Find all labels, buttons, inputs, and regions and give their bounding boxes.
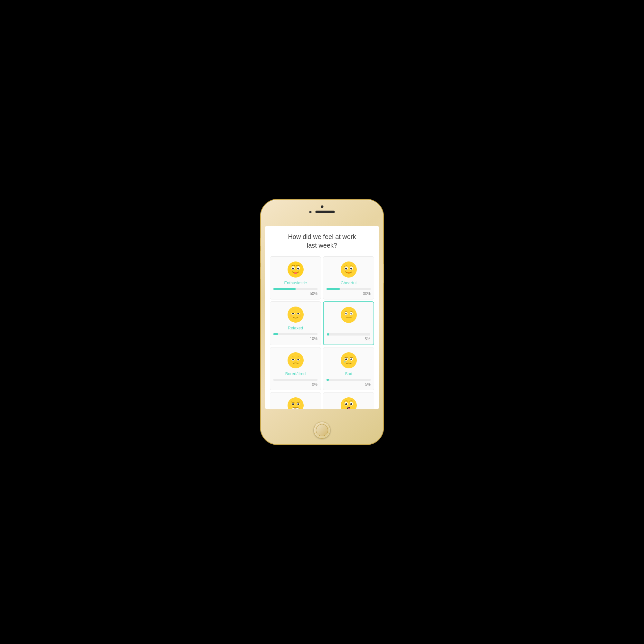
- svg-point-59: [351, 403, 351, 404]
- svg-point-13: [350, 268, 352, 270]
- svg-point-41: [344, 361, 346, 363]
- svg-point-45: [292, 403, 294, 405]
- progress-percent-cheerful: 30%: [327, 291, 371, 296]
- progress-percent-neutral: 5%: [327, 337, 370, 341]
- svg-point-57: [350, 403, 352, 405]
- emotion-card-cheerful[interactable]: Cheerful 30%: [323, 256, 374, 299]
- emotion-card-sad[interactable]: Sad 5%: [323, 347, 374, 390]
- emoji-sad: [340, 352, 357, 369]
- emoji-neutral: [340, 307, 357, 323]
- svg-point-39: [345, 358, 347, 360]
- emotion-label-sad: Sad: [345, 371, 352, 376]
- emotion-card-enthusiastic[interactable]: Enthusiastic 50%: [270, 256, 321, 299]
- phone-body: How did we feel at worklast week?: [261, 200, 383, 444]
- svg-point-35: [297, 359, 299, 361]
- home-button-inner: [316, 424, 328, 436]
- progress-percent-enthusiastic: 50%: [273, 291, 317, 296]
- emotion-card-stressed[interactable]: [270, 392, 321, 409]
- svg-point-21: [290, 315, 292, 317]
- svg-point-22: [299, 315, 301, 317]
- svg-point-6: [293, 268, 294, 268]
- sensor: [309, 211, 312, 213]
- svg-point-12: [345, 268, 347, 270]
- svg-point-5: [297, 268, 299, 270]
- svg-point-34: [292, 359, 294, 361]
- progress-fill-relaxed: [273, 333, 278, 335]
- svg-point-15: [351, 268, 352, 268]
- progress-bar-enthusiastic: [273, 288, 317, 290]
- speaker: [316, 211, 335, 213]
- home-button[interactable]: [314, 422, 330, 439]
- emotion-label-bored: Bored/tired: [285, 371, 306, 376]
- progress-fill-enthusiastic: [273, 288, 296, 290]
- mute-switch: [260, 238, 261, 246]
- emotion-label-neutral: [348, 326, 349, 331]
- svg-point-40: [350, 358, 352, 360]
- svg-point-1: [288, 262, 303, 277]
- svg-point-46: [297, 403, 299, 405]
- svg-point-8: [294, 272, 297, 274]
- svg-point-31: [288, 352, 304, 368]
- emotion-label-relaxed: Relaxed: [288, 326, 303, 330]
- svg-point-29: [351, 313, 352, 314]
- svg-point-19: [292, 313, 294, 315]
- emotion-card-neutral[interactable]: 5%: [323, 301, 374, 345]
- progress-bar-cheerful: [327, 288, 371, 290]
- emotion-grid: Enthusiastic 50%: [270, 256, 374, 409]
- svg-point-42: [288, 397, 304, 409]
- volume-down-button: [260, 267, 261, 279]
- svg-point-23: [341, 307, 357, 323]
- svg-point-20: [297, 313, 299, 315]
- svg-point-16: [288, 307, 304, 323]
- progress-fill-sad: [327, 379, 329, 381]
- progress-percent-sad: 5%: [327, 382, 371, 387]
- emoji-surprised: [340, 397, 357, 409]
- progress-fill-neutral: [327, 333, 329, 336]
- app-content: How did we feel at worklast week?: [265, 226, 379, 409]
- emoji-relaxed: [287, 306, 304, 323]
- svg-point-9: [341, 261, 357, 278]
- svg-point-7: [298, 268, 299, 268]
- svg-point-14: [346, 268, 347, 268]
- emoji-stressed: [287, 397, 304, 409]
- phone-mockup: How did we feel at worklast week?: [261, 200, 383, 444]
- progress-bar-neutral: [327, 333, 370, 336]
- progress-bar-sad: [327, 379, 371, 381]
- svg-point-28: [346, 313, 347, 314]
- emoji-cheerful: [340, 261, 357, 278]
- progress-percent-bored: 0%: [273, 382, 317, 387]
- progress-bar-relaxed: [273, 333, 317, 335]
- power-button: [383, 264, 384, 283]
- emotion-label-enthusiastic: Enthusiastic: [284, 280, 307, 285]
- emotion-card-relaxed[interactable]: Relaxed 10%: [270, 301, 321, 345]
- progress-fill-cheerful: [327, 288, 340, 290]
- svg-point-36: [341, 352, 357, 368]
- svg-point-4: [292, 268, 294, 270]
- volume-up-button: [260, 251, 261, 263]
- svg-point-26: [345, 313, 347, 315]
- progress-bar-bored: [273, 379, 317, 381]
- front-camera: [321, 205, 323, 208]
- emotion-label-cheerful: Cheerful: [341, 280, 356, 285]
- svg-point-27: [350, 313, 352, 315]
- phone-top-bar: [309, 205, 335, 213]
- emoji-enthusiastic: [287, 261, 304, 278]
- phone-screen: How did we feel at worklast week?: [265, 226, 379, 409]
- progress-percent-relaxed: 10%: [273, 336, 317, 341]
- emotion-card-bored[interactable]: Bored/tired 0%: [270, 347, 321, 390]
- emotion-card-surprised[interactable]: [323, 392, 374, 409]
- svg-point-56: [345, 403, 347, 405]
- svg-point-58: [346, 403, 346, 404]
- emoji-bored: [287, 352, 304, 369]
- page-title: How did we feel at worklast week?: [270, 232, 374, 250]
